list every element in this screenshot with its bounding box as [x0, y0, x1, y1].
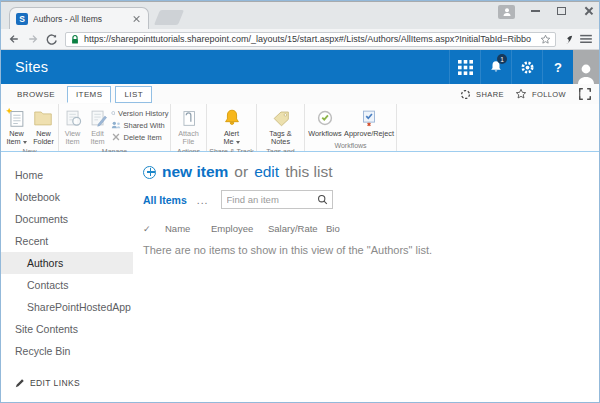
- find-item-searchbox: [221, 190, 333, 209]
- new-item-button[interactable]: New Item: [3, 106, 30, 147]
- column-header-employee[interactable]: Employee: [211, 223, 268, 234]
- view-more-ellipsis[interactable]: ...: [197, 194, 209, 206]
- ribbon-tab-row: BROWSE ITEMS LIST SHARE FOLLOW: [1, 84, 599, 104]
- person-silhouette-icon: [576, 62, 596, 84]
- suite-bar-actions: 1 ?: [449, 50, 599, 84]
- share-button[interactable]: SHARE: [476, 90, 504, 99]
- address-bar[interactable]: https://sharepointtutorials.sharepoint.c…: [65, 32, 556, 47]
- settings-button[interactable]: [511, 50, 542, 84]
- sidebar-item-authors[interactable]: Authors: [1, 252, 133, 274]
- sidebar-item-sharepointhostedapp[interactable]: SharePointHostedApp: [1, 296, 133, 318]
- back-icon[interactable]: [8, 33, 20, 45]
- ribbon: New Item New Folder New: [1, 104, 599, 152]
- maximize-icon[interactable]: [557, 7, 566, 15]
- shared-with-button[interactable]: Shared With: [111, 120, 169, 130]
- column-header-bio[interactable]: Bio: [326, 223, 340, 234]
- new-item-icon: [5, 107, 27, 129]
- column-header-row: Name Employee Salary/Rate Bio: [143, 223, 599, 234]
- alert-me-button[interactable]: Alert Me: [218, 106, 246, 147]
- suite-bar: Sites 1: [1, 50, 599, 84]
- extension-icon[interactable]: [563, 34, 573, 45]
- page-content: Home Notebook Documents Recent Authors C…: [1, 152, 599, 402]
- view-item-icon: [62, 107, 84, 129]
- padlock-icon: [70, 34, 80, 45]
- tab-title: Authors - All Items: [33, 14, 127, 24]
- edit-links-button[interactable]: EDIT LINKS: [1, 378, 133, 388]
- new-folder-icon: [32, 107, 54, 129]
- forward-icon[interactable]: [27, 33, 39, 45]
- dropdown-caret-icon: [23, 141, 27, 144]
- app-launcher-grid-icon: [458, 60, 473, 75]
- add-icon: [143, 166, 156, 179]
- follow-button[interactable]: FOLLOW: [532, 90, 566, 99]
- approve-reject-button[interactable]: Approve/Reject: [344, 106, 394, 138]
- delete-item-icon: [111, 132, 121, 142]
- page-actions: SHARE FOLLOW: [460, 88, 591, 100]
- app-launcher-button[interactable]: [449, 50, 480, 84]
- tab-close-icon[interactable]: [132, 14, 142, 24]
- delete-item-button[interactable]: Delete Item: [111, 132, 169, 142]
- list-view-main: new item or edit this list All Items ...: [133, 152, 599, 402]
- help-icon: ?: [554, 60, 562, 75]
- sidebar-item-notebook[interactable]: Notebook: [1, 186, 133, 208]
- tab-browse[interactable]: BROWSE: [9, 87, 63, 102]
- tab-list[interactable]: LIST: [115, 86, 152, 103]
- edit-item-button[interactable]: Edit Item: [86, 106, 110, 147]
- group-label-workflows: Workflows: [305, 141, 396, 151]
- new-item-link[interactable]: new item: [162, 163, 228, 181]
- empty-list-message: There are no items to show in this view …: [143, 244, 599, 256]
- search-icon: [317, 194, 328, 205]
- quick-launch-sidebar: Home Notebook Documents Recent Authors C…: [1, 152, 133, 402]
- profile-button[interactable]: [498, 5, 515, 19]
- ribbon-group-new: New Item New Folder New: [1, 104, 59, 151]
- view-selector-row: All Items ...: [143, 190, 599, 209]
- share-icon: [460, 89, 471, 100]
- notifications-button[interactable]: 1: [480, 50, 511, 84]
- sidebar-item-recent[interactable]: Recent: [1, 230, 133, 252]
- tab-items[interactable]: ITEMS: [67, 86, 111, 103]
- notification-badge: 1: [497, 54, 507, 64]
- menu-icon[interactable]: [580, 34, 592, 44]
- user-avatar[interactable]: [573, 50, 599, 84]
- workflows-icon: [314, 107, 336, 129]
- attach-file-button[interactable]: Attach File: [175, 106, 203, 147]
- search-input[interactable]: [222, 194, 313, 205]
- or-text: or: [234, 163, 248, 181]
- this-list-text: this list: [285, 163, 332, 181]
- ribbon-group-actions: Attach File Actions: [171, 104, 207, 151]
- sidebar-item-home[interactable]: Home: [1, 164, 133, 186]
- new-folder-button[interactable]: New Folder: [31, 106, 56, 147]
- sidebar-item-site-contents[interactable]: Site Contents: [1, 318, 133, 340]
- select-all-checkbox[interactable]: [143, 223, 165, 234]
- reload-icon[interactable]: [46, 33, 58, 45]
- column-header-salary-rate[interactable]: Salary/Rate: [268, 223, 326, 234]
- version-history-icon: [111, 108, 116, 118]
- url-text: https://sharepointtutorials.sharepoint.c…: [84, 34, 536, 44]
- search-button[interactable]: [313, 194, 332, 205]
- suite-title-sites[interactable]: Sites: [15, 59, 48, 75]
- sidebar-item-documents[interactable]: Documents: [1, 208, 133, 230]
- ribbon-group-tags-notes: Tags & Notes Tags and Notes: [257, 104, 305, 151]
- new-tab-button[interactable]: [154, 10, 184, 25]
- help-button[interactable]: ?: [542, 50, 573, 84]
- tags-notes-button[interactable]: Tags & Notes: [265, 106, 297, 147]
- browser-tab[interactable]: Authors - All Items: [9, 7, 149, 30]
- focus-mode-icon[interactable]: [579, 88, 591, 100]
- close-icon[interactable]: [583, 6, 593, 16]
- alert-me-bell-icon: [221, 107, 243, 129]
- sidebar-item-contacts[interactable]: Contacts: [1, 274, 133, 296]
- workflows-button[interactable]: Workflows: [307, 106, 343, 138]
- minimize-icon[interactable]: [531, 10, 540, 11]
- bookmark-star-icon[interactable]: [540, 34, 551, 45]
- tag-icon: [270, 107, 292, 129]
- column-header-name[interactable]: Name: [165, 223, 211, 234]
- person-icon: [502, 7, 512, 17]
- view-item-button[interactable]: View Item: [61, 106, 85, 147]
- sidebar-item-recycle-bin[interactable]: Recycle Bin: [1, 340, 133, 362]
- approve-reject-icon: [358, 107, 380, 129]
- view-all-items[interactable]: All Items: [143, 194, 187, 206]
- version-history-button[interactable]: Version History: [111, 108, 169, 118]
- follow-star-icon: [515, 88, 527, 100]
- edit-list-link[interactable]: edit: [254, 163, 279, 181]
- ribbon-group-manage: View Item Edit Item: [59, 104, 171, 151]
